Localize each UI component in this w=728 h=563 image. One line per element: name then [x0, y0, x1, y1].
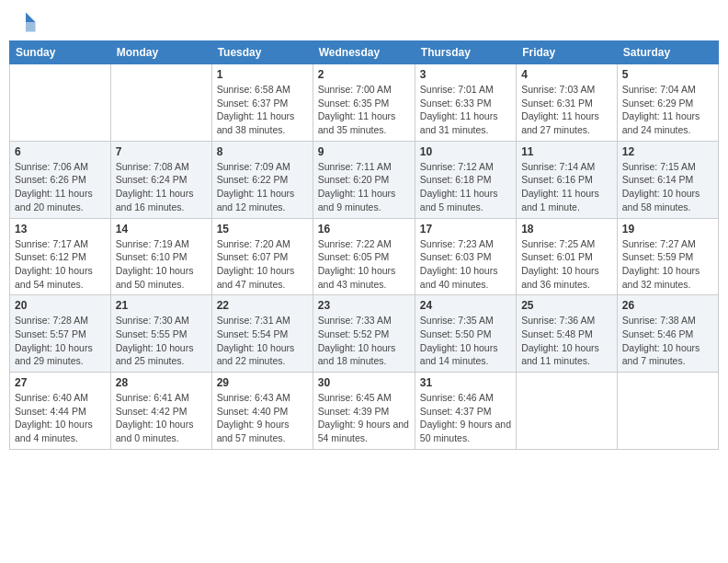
calendar-cell: 16Sunrise: 7:22 AM Sunset: 6:05 PM Dayli… [313, 218, 415, 295]
day-number: 28 [116, 376, 207, 389]
day-of-week-header: Thursday [415, 41, 516, 64]
day-info: Sunrise: 6:43 AM Sunset: 4:40 PM Dayligh… [217, 391, 308, 445]
calendar-cell: 10Sunrise: 7:12 AM Sunset: 6:18 PM Dayli… [415, 141, 516, 218]
calendar-week-row: 13Sunrise: 7:17 AM Sunset: 6:12 PM Dayli… [10, 218, 719, 295]
day-number: 22 [217, 299, 308, 312]
day-number: 25 [521, 299, 612, 312]
calendar-cell: 28Sunrise: 6:41 AM Sunset: 4:42 PM Dayli… [110, 373, 211, 450]
day-info: Sunrise: 7:27 AM Sunset: 5:59 PM Dayligh… [622, 237, 713, 292]
day-number: 7 [116, 145, 207, 158]
day-number: 14 [116, 223, 207, 236]
calendar-cell: 30Sunrise: 6:45 AM Sunset: 4:39 PM Dayli… [313, 373, 415, 450]
calendar-cell: 2Sunrise: 7:00 AM Sunset: 6:35 PM Daylig… [313, 64, 415, 142]
day-number: 26 [622, 299, 713, 312]
calendar-week-row: 1Sunrise: 6:58 AM Sunset: 6:37 PM Daylig… [10, 64, 719, 142]
calendar-cell [10, 64, 111, 142]
day-info: Sunrise: 7:33 AM Sunset: 5:52 PM Dayligh… [318, 314, 410, 368]
day-number: 11 [521, 145, 612, 158]
day-number: 29 [217, 376, 308, 389]
day-number: 19 [622, 223, 713, 236]
day-number: 13 [15, 223, 106, 236]
day-number: 30 [318, 376, 410, 389]
calendar-cell: 21Sunrise: 7:30 AM Sunset: 5:55 PM Dayli… [110, 295, 211, 373]
day-number: 17 [420, 223, 511, 236]
calendar-week-row: 20Sunrise: 7:28 AM Sunset: 5:57 PM Dayli… [10, 295, 719, 373]
calendar-cell [517, 373, 618, 450]
logo-icon [13, 9, 39, 35]
day-info: Sunrise: 7:01 AM Sunset: 6:33 PM Dayligh… [420, 83, 511, 137]
day-info: Sunrise: 7:19 AM Sunset: 6:10 PM Dayligh… [116, 237, 207, 292]
day-of-week-header: Friday [517, 41, 618, 64]
day-number: 1 [217, 68, 308, 81]
day-info: Sunrise: 7:28 AM Sunset: 5:57 PM Dayligh… [15, 314, 106, 368]
day-info: Sunrise: 7:12 AM Sunset: 6:18 PM Dayligh… [420, 160, 511, 214]
day-number: 4 [521, 68, 612, 81]
day-info: Sunrise: 7:38 AM Sunset: 5:46 PM Dayligh… [622, 314, 713, 368]
day-info: Sunrise: 6:46 AM Sunset: 4:37 PM Dayligh… [420, 391, 511, 445]
calendar-cell [617, 373, 718, 450]
day-number: 23 [318, 299, 410, 312]
day-number: 18 [521, 223, 612, 236]
day-info: Sunrise: 7:04 AM Sunset: 6:29 PM Dayligh… [622, 83, 713, 137]
day-info: Sunrise: 7:35 AM Sunset: 5:50 PM Dayligh… [420, 314, 511, 368]
day-number: 8 [217, 145, 308, 158]
calendar-cell: 23Sunrise: 7:33 AM Sunset: 5:52 PM Dayli… [313, 295, 415, 373]
calendar-table: SundayMondayTuesdayWednesdayThursdayFrid… [9, 40, 719, 450]
day-number: 20 [15, 299, 106, 312]
day-info: Sunrise: 7:06 AM Sunset: 6:26 PM Dayligh… [15, 160, 106, 214]
day-info: Sunrise: 6:58 AM Sunset: 6:37 PM Dayligh… [217, 83, 308, 137]
day-info: Sunrise: 7:23 AM Sunset: 6:03 PM Dayligh… [420, 237, 511, 292]
svg-marker-1 [26, 22, 36, 32]
day-number: 24 [420, 299, 511, 312]
day-info: Sunrise: 7:14 AM Sunset: 6:16 PM Dayligh… [521, 160, 612, 214]
day-info: Sunrise: 7:25 AM Sunset: 6:01 PM Dayligh… [521, 237, 612, 292]
day-of-week-header: Tuesday [211, 41, 313, 64]
page-header [9, 9, 719, 35]
day-info: Sunrise: 7:20 AM Sunset: 6:07 PM Dayligh… [217, 237, 308, 292]
calendar-cell: 15Sunrise: 7:20 AM Sunset: 6:07 PM Dayli… [211, 218, 313, 295]
day-number: 10 [420, 145, 511, 158]
calendar-cell: 29Sunrise: 6:43 AM Sunset: 4:40 PM Dayli… [211, 373, 313, 450]
calendar-cell: 11Sunrise: 7:14 AM Sunset: 6:16 PM Dayli… [517, 141, 618, 218]
day-info: Sunrise: 7:22 AM Sunset: 6:05 PM Dayligh… [318, 237, 410, 292]
day-number: 9 [318, 145, 410, 158]
calendar-cell: 17Sunrise: 7:23 AM Sunset: 6:03 PM Dayli… [415, 218, 516, 295]
day-info: Sunrise: 6:41 AM Sunset: 4:42 PM Dayligh… [116, 391, 207, 445]
day-number: 27 [15, 376, 106, 389]
day-number: 5 [622, 68, 713, 81]
calendar-cell: 8Sunrise: 7:09 AM Sunset: 6:22 PM Daylig… [211, 141, 313, 218]
calendar-cell: 24Sunrise: 7:35 AM Sunset: 5:50 PM Dayli… [415, 295, 516, 373]
calendar-cell: 26Sunrise: 7:38 AM Sunset: 5:46 PM Dayli… [617, 295, 718, 373]
day-info: Sunrise: 7:11 AM Sunset: 6:20 PM Dayligh… [318, 160, 410, 214]
calendar-cell [110, 64, 211, 142]
day-info: Sunrise: 7:03 AM Sunset: 6:31 PM Dayligh… [521, 83, 612, 137]
calendar-cell: 7Sunrise: 7:08 AM Sunset: 6:24 PM Daylig… [110, 141, 211, 218]
calendar-cell: 31Sunrise: 6:46 AM Sunset: 4:37 PM Dayli… [415, 373, 516, 450]
calendar-cell: 3Sunrise: 7:01 AM Sunset: 6:33 PM Daylig… [415, 64, 516, 142]
calendar-week-row: 27Sunrise: 6:40 AM Sunset: 4:44 PM Dayli… [10, 373, 719, 450]
day-info: Sunrise: 7:30 AM Sunset: 5:55 PM Dayligh… [116, 314, 207, 368]
calendar-cell: 22Sunrise: 7:31 AM Sunset: 5:54 PM Dayli… [211, 295, 313, 373]
day-info: Sunrise: 7:00 AM Sunset: 6:35 PM Dayligh… [318, 83, 410, 137]
calendar-week-row: 6Sunrise: 7:06 AM Sunset: 6:26 PM Daylig… [10, 141, 719, 218]
day-number: 3 [420, 68, 511, 81]
day-info: Sunrise: 7:08 AM Sunset: 6:24 PM Dayligh… [116, 160, 207, 214]
calendar-cell: 6Sunrise: 7:06 AM Sunset: 6:26 PM Daylig… [10, 141, 111, 218]
svg-marker-0 [26, 13, 36, 23]
calendar-cell: 19Sunrise: 7:27 AM Sunset: 5:59 PM Dayli… [617, 218, 718, 295]
calendar-cell: 5Sunrise: 7:04 AM Sunset: 6:29 PM Daylig… [617, 64, 718, 142]
day-info: Sunrise: 7:09 AM Sunset: 6:22 PM Dayligh… [217, 160, 308, 214]
day-info: Sunrise: 7:36 AM Sunset: 5:48 PM Dayligh… [521, 314, 612, 368]
calendar-cell: 12Sunrise: 7:15 AM Sunset: 6:14 PM Dayli… [617, 141, 718, 218]
calendar-cell: 18Sunrise: 7:25 AM Sunset: 6:01 PM Dayli… [517, 218, 618, 295]
day-info: Sunrise: 6:45 AM Sunset: 4:39 PM Dayligh… [318, 391, 410, 445]
day-number: 16 [318, 223, 410, 236]
day-number: 2 [318, 68, 410, 81]
day-info: Sunrise: 7:15 AM Sunset: 6:14 PM Dayligh… [622, 160, 713, 214]
day-number: 15 [217, 223, 308, 236]
calendar-header-row: SundayMondayTuesdayWednesdayThursdayFrid… [10, 41, 719, 64]
day-of-week-header: Wednesday [313, 41, 415, 64]
day-number: 31 [420, 376, 511, 389]
day-info: Sunrise: 7:17 AM Sunset: 6:12 PM Dayligh… [15, 237, 106, 292]
calendar-cell: 4Sunrise: 7:03 AM Sunset: 6:31 PM Daylig… [517, 64, 618, 142]
